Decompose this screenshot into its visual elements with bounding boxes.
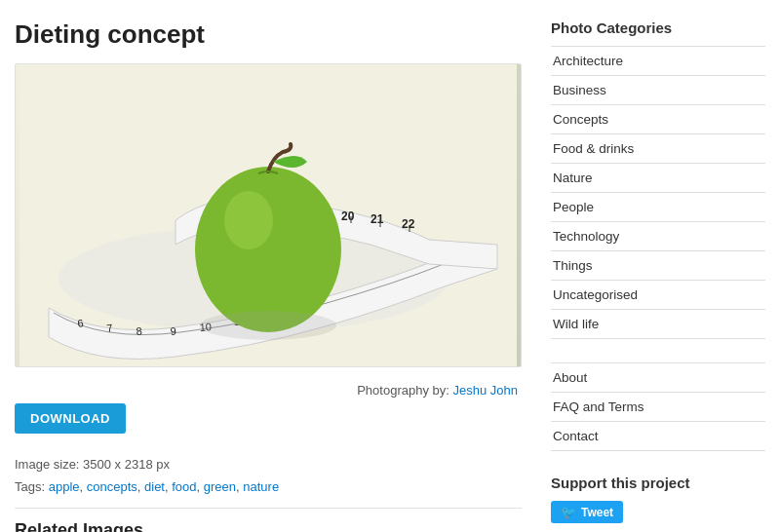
- main-content: Dieting concept 6 7 8 9: [15, 19, 522, 532]
- menu-link-contact[interactable]: Contact: [551, 422, 765, 450]
- list-item: Architecture: [551, 47, 765, 76]
- category-link-wild-life[interactable]: Wild life: [551, 310, 765, 338]
- category-link-food---drinks[interactable]: Food & drinks: [551, 134, 765, 163]
- page-title: Dieting concept: [15, 19, 522, 50]
- list-item: Things: [551, 251, 765, 281]
- tweet-button[interactable]: 🐦 Tweet: [551, 501, 623, 523]
- tag-link-green[interactable]: green: [204, 479, 236, 494]
- menu-link-about[interactable]: About: [551, 363, 765, 392]
- category-link-concepts[interactable]: Concepts: [551, 105, 765, 133]
- list-item: Technology: [551, 222, 765, 251]
- menu-list: AboutFAQ and TermsContact: [551, 362, 765, 451]
- svg-text:21: 21: [370, 212, 384, 226]
- tag-link-diet[interactable]: diet: [144, 479, 165, 494]
- svg-text:20: 20: [341, 209, 355, 223]
- tags-container: apple, concepts, diet, food, green, natu…: [49, 479, 279, 494]
- category-link-nature[interactable]: Nature: [551, 164, 765, 192]
- photo-image: 6 7 8 9 10 11 12 13 20 21 22: [16, 64, 521, 366]
- tag-link-apple[interactable]: apple: [49, 479, 80, 494]
- list-item: Business: [551, 76, 765, 105]
- category-link-architecture[interactable]: Architecture: [551, 47, 765, 75]
- svg-text:9: 9: [170, 325, 176, 337]
- tags-label: Tags:: [15, 479, 49, 494]
- tag-separator: ,: [197, 479, 204, 494]
- tag-separator: ,: [80, 479, 87, 494]
- photographer-link[interactable]: Jeshu John: [453, 383, 519, 398]
- category-link-uncategorised[interactable]: Uncategorised: [551, 281, 765, 309]
- list-item: Wild life: [551, 310, 765, 339]
- menu-link-faq-and-terms[interactable]: FAQ and Terms: [551, 393, 765, 421]
- svg-point-19: [200, 311, 336, 340]
- related-heading: Related Images: [15, 508, 522, 532]
- list-item: Concepts: [551, 105, 765, 134]
- list-item: About: [551, 363, 765, 393]
- svg-text:22: 22: [402, 217, 415, 231]
- list-item: Contact: [551, 422, 765, 451]
- tag-separator: ,: [137, 479, 144, 494]
- svg-point-17: [195, 167, 341, 332]
- list-item: FAQ and Terms: [551, 393, 765, 422]
- tag-link-food[interactable]: food: [172, 479, 196, 494]
- social-buttons: 🐦 Tweet 👍 分享 682: [551, 501, 765, 532]
- category-link-people[interactable]: People: [551, 193, 765, 221]
- tag-link-concepts[interactable]: concepts: [87, 479, 137, 494]
- tweet-label: Tweet: [581, 506, 613, 519]
- category-link-business[interactable]: Business: [551, 76, 765, 104]
- list-item: People: [551, 193, 765, 222]
- list-item: Uncategorised: [551, 281, 765, 310]
- photo-container: 6 7 8 9 10 11 12 13 20 21 22: [15, 63, 522, 367]
- category-link-technology[interactable]: Technology: [551, 222, 765, 250]
- photo-svg: 6 7 8 9 10 11 12 13 20 21 22: [16, 64, 521, 366]
- photo-credit: Photography by: Jeshu John: [15, 377, 522, 403]
- list-item: Nature: [551, 164, 765, 193]
- tags-line: Tags: apple, concepts, diet, food, green…: [15, 479, 522, 494]
- list-item: Food & drinks: [551, 134, 765, 164]
- download-button[interactable]: DOWNLOAD: [15, 403, 126, 434]
- svg-text:8: 8: [136, 324, 142, 337]
- sidebar: Photo Categories ArchitectureBusinessCon…: [551, 19, 765, 532]
- support-title: Support this project: [551, 475, 765, 491]
- svg-point-18: [224, 191, 273, 249]
- image-size: Image size: 3500 x 2318 px: [15, 457, 522, 472]
- categories-title: Photo Categories: [551, 19, 765, 36]
- page-wrapper: Dieting concept 6 7 8 9: [0, 0, 780, 532]
- categories-list: ArchitectureBusinessConceptsFood & drink…: [551, 46, 765, 339]
- tag-link-nature[interactable]: nature: [243, 479, 279, 494]
- twitter-icon: 🐦: [561, 505, 576, 519]
- category-link-things[interactable]: Things: [551, 251, 765, 280]
